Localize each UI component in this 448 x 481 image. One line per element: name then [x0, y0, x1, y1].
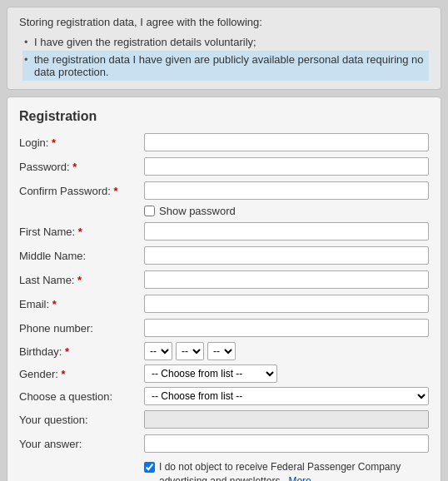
phone-row: Phone number:	[19, 318, 429, 338]
show-password-row: Show password	[19, 205, 429, 217]
password-required: *	[72, 161, 77, 173]
first-name-row: First Name: *	[19, 221, 429, 241]
login-input[interactable]	[144, 133, 429, 151]
login-row: Login: *	[19, 132, 429, 152]
birthday-required: *	[65, 345, 69, 358]
question-label: Choose a question:	[19, 390, 144, 403]
password-input[interactable]	[144, 157, 429, 176]
form-title: Registration	[19, 109, 429, 124]
confirm-password-input[interactable]	[144, 181, 429, 200]
question-row: Choose a question: -- Choose from list -…	[19, 387, 429, 405]
consent-label[interactable]: I do not object to receive Federal Passe…	[159, 460, 429, 481]
question-select[interactable]: -- Choose from list --	[144, 387, 429, 405]
middle-name-label: Middle Name:	[19, 250, 144, 262]
birthday-label: Birthday: *	[19, 345, 144, 358]
birthday-selects: -- -- --	[144, 342, 236, 360]
gender-required: *	[62, 368, 66, 380]
show-password-label[interactable]: Show password	[159, 205, 236, 217]
phone-input[interactable]	[144, 319, 429, 337]
password-label: Password: *	[19, 161, 144, 173]
your-answer-input[interactable]	[144, 434, 429, 453]
last-name-label: Last Name: *	[19, 274, 144, 286]
login-required: *	[52, 136, 56, 149]
birthday-year-select[interactable]: --	[207, 342, 236, 360]
confirm-password-row: Confirm Password: *	[19, 181, 429, 201]
middle-name-input[interactable]	[144, 246, 429, 265]
notice-item-1: I have given the registration details vo…	[22, 33, 429, 51]
email-label: Email: *	[19, 298, 144, 310]
your-answer-row: Your answer:	[19, 434, 429, 454]
your-question-input[interactable]	[144, 410, 429, 429]
confirm-password-required: *	[113, 185, 117, 197]
first-name-input[interactable]	[144, 222, 429, 240]
registration-form: Registration Login: * Password: * Confir…	[7, 97, 441, 481]
notice-item-2: the registration data I have given are p…	[22, 51, 429, 81]
consent-row: I do not object to receive Federal Passe…	[19, 460, 429, 481]
first-name-required: *	[78, 226, 82, 238]
email-row: Email: *	[19, 294, 429, 314]
birthday-row: Birthday: * -- -- --	[19, 342, 429, 360]
consent-checkbox[interactable]	[144, 462, 155, 473]
confirm-password-label: Confirm Password: *	[19, 185, 144, 197]
birthday-month-select[interactable]: --	[176, 342, 204, 360]
login-label: Login: *	[19, 136, 144, 149]
consent-more-link[interactable]: More	[288, 475, 311, 481]
email-required: *	[52, 298, 57, 310]
show-password-checkbox[interactable]	[144, 206, 155, 216]
last-name-row: Last Name: *	[19, 270, 429, 290]
your-question-row: Your question:	[19, 409, 429, 429]
notice-intro: Storing registration data, I agree with …	[19, 16, 429, 28]
notice-list: I have given the registration details vo…	[19, 33, 429, 81]
phone-label: Phone number:	[19, 322, 144, 335]
email-input[interactable]	[144, 295, 429, 313]
gender-label: Gender: *	[19, 368, 144, 380]
first-name-label: First Name: *	[19, 226, 144, 238]
your-answer-label: Your answer:	[19, 438, 144, 450]
consent-text: I do not object to receive Federal Passe…	[159, 461, 401, 481]
last-name-input[interactable]	[144, 270, 429, 289]
notice-box: Storing registration data, I agree with …	[7, 7, 441, 90]
gender-select[interactable]: -- Choose from list --	[144, 364, 277, 383]
your-question-label: Your question:	[19, 414, 144, 426]
password-row: Password: *	[19, 156, 429, 176]
gender-row: Gender: * -- Choose from list --	[19, 364, 429, 383]
birthday-day-select[interactable]: --	[144, 342, 172, 360]
middle-name-row: Middle Name:	[19, 245, 429, 265]
last-name-required: *	[77, 274, 82, 286]
